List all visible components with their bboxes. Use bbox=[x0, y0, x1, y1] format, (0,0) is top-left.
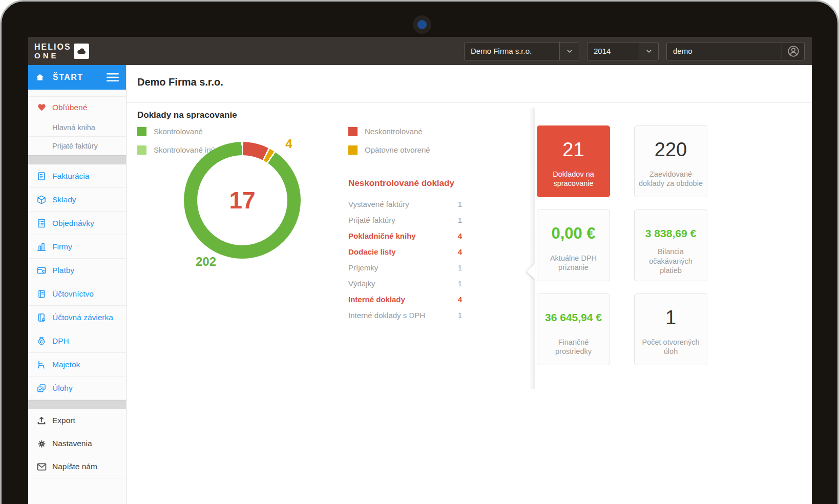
chevron-down-icon bbox=[559, 43, 579, 60]
sidebar-item-platby[interactable]: Platby bbox=[28, 259, 126, 282]
stat-label: Zaevidované doklady za obdobie bbox=[639, 170, 703, 188]
user-input[interactable] bbox=[667, 43, 782, 60]
sidebar-item-label: Objednávky bbox=[52, 219, 94, 228]
logo-wordmark: HELIOS ONE bbox=[34, 43, 71, 59]
legend-label: Opätovne otvorené bbox=[365, 145, 430, 154]
stat-card-bilancia-platieb[interactable]: 3 838,69 € Bilancia očakávaných platieb bbox=[634, 209, 707, 281]
sidebar-item-majetok[interactable]: Majetok bbox=[28, 353, 126, 376]
donut-hole: 17 bbox=[197, 155, 287, 245]
list-item-dodacie-listy[interactable]: Dodacie listy 4 bbox=[348, 244, 462, 260]
list-item-count: 1 bbox=[458, 216, 462, 224]
panel-divider-arrow bbox=[527, 263, 535, 280]
section-title: Doklady na spracovanie bbox=[137, 110, 237, 120]
legend-label: Neskontrolované bbox=[365, 127, 423, 136]
logo-line2: ONE bbox=[34, 52, 71, 59]
stat-label: Bilancia očakávaných platieb bbox=[639, 247, 703, 276]
sidebar-item-dph[interactable]: DPH bbox=[28, 329, 126, 353]
stat-value: 21 bbox=[562, 136, 584, 163]
invoice-document-icon bbox=[36, 171, 47, 181]
sidebar-item-prijate-faktury[interactable]: Prijaté faktúry bbox=[28, 137, 126, 155]
list-item-pokladnicne-knihy[interactable]: Pokladničné knihy 4 bbox=[348, 228, 462, 244]
sidebar-item-label: Platby bbox=[52, 266, 74, 275]
sidebar-item-label: Napíšte nám bbox=[52, 462, 97, 471]
order-list-icon bbox=[36, 218, 47, 228]
stat-value: 220 bbox=[655, 136, 687, 163]
sidebar-item-objednavky[interactable]: Objednávky bbox=[28, 212, 126, 235]
list-item-count: 4 bbox=[458, 232, 462, 240]
list-item-label: Interné doklady s DPH bbox=[348, 311, 425, 320]
person-icon bbox=[787, 45, 800, 58]
donut-center-value: 17 bbox=[229, 186, 255, 214]
stat-card-dokladov-na-spracovanie[interactable]: 21 Dokladov na spracovanie bbox=[537, 125, 610, 197]
sidebar-item-start[interactable]: ŠTART bbox=[28, 65, 126, 90]
list-item-label: Prijaté faktúry bbox=[348, 216, 395, 224]
sidebar-item-label: Účtovníctvo bbox=[52, 289, 94, 299]
sidebar-item-nastavenia[interactable]: Nastavenia bbox=[28, 432, 126, 455]
chevron-down-icon bbox=[639, 43, 658, 60]
stat-label: Počet otvorených úloh bbox=[639, 338, 703, 356]
list-item-vystavene-faktury[interactable]: Vystavené faktúry 1 bbox=[348, 196, 462, 212]
page-header: Demo Firma s.r.o. bbox=[127, 65, 812, 103]
cube-icon bbox=[36, 195, 47, 205]
sidebar-item-label: Účtovná závierka bbox=[52, 313, 113, 322]
stat-card-aktualne-dph[interactable]: 0,00 € Aktuálne DPH priznanie bbox=[537, 209, 610, 281]
stat-card-otvorene-ulohy[interactable]: 1 Počet otvorených úloh bbox=[634, 293, 707, 365]
list-item-interne-doklady[interactable]: Interné doklady 4 bbox=[348, 291, 462, 307]
list-item-count: 1 bbox=[458, 200, 462, 208]
camera bbox=[413, 15, 431, 34]
sidebar-item-sklady[interactable]: Sklady bbox=[28, 188, 126, 212]
company-select[interactable]: Demo Firma s.r.o. bbox=[464, 42, 579, 60]
heart-icon bbox=[36, 102, 47, 112]
sidebar-item-ulohy[interactable]: Úlohy bbox=[28, 376, 126, 400]
stat-label: Finančné prostriedky bbox=[541, 338, 605, 356]
list-item-count: 4 bbox=[458, 247, 462, 256]
ledger-book-icon bbox=[36, 289, 47, 299]
sidebar-item-napiste-nam[interactable]: Napíšte nám bbox=[28, 455, 126, 478]
list-item-label: Výdajky bbox=[348, 279, 375, 288]
list-item-prijate-faktury[interactable]: Prijaté faktúry 1 bbox=[348, 212, 462, 228]
year-select-value: 2014 bbox=[588, 43, 639, 60]
legend-item-skontrolovane: Skontrolované bbox=[137, 127, 348, 136]
sidebar-item-label: Úlohy bbox=[52, 384, 73, 393]
stat-label: Aktuálne DPH priznanie bbox=[541, 254, 605, 272]
app-screen: HELIOS ONE Demo Firma s.r.o. 2014 bbox=[28, 37, 812, 504]
stat-card-financne-prostriedky[interactable]: 36 645,94 € Finančné prostriedky bbox=[537, 293, 610, 365]
uncontrolled-documents-list: Neskontrolované doklady Vystavené faktúr… bbox=[348, 178, 462, 323]
sidebar: ŠTART Obľúbené Hlavná kniha Prijaté fakt… bbox=[28, 65, 127, 504]
documents-donut-chart: 17 4 202 bbox=[184, 142, 301, 259]
export-arrow-icon bbox=[36, 415, 47, 426]
sidebar-item-uctovnictvo[interactable]: Účtovníctvo bbox=[28, 282, 126, 306]
sidebar-item-oblubene[interactable]: Obľúbené bbox=[28, 96, 126, 118]
sidebar-item-label: Export bbox=[52, 416, 75, 425]
list-item-interne-doklady-s-dph[interactable]: Interné doklady s DPH 1 bbox=[348, 307, 462, 323]
list-item-count: 1 bbox=[458, 311, 462, 320]
stats-card-grid: 21 Dokladov na spracovanie 220 Zaevidova… bbox=[537, 125, 707, 365]
sidebar-item-fakturacia[interactable]: Fakturácia bbox=[28, 164, 126, 188]
list-item-prijemky[interactable]: Príjemky 1 bbox=[348, 260, 462, 276]
list-item-label: Interné doklady bbox=[348, 295, 405, 304]
list-item-count: 1 bbox=[458, 279, 462, 288]
sidebar-item-uctovna-zavierka[interactable]: Účtovná závierka bbox=[28, 306, 126, 329]
year-select[interactable]: 2014 bbox=[587, 42, 659, 60]
list-item-vydajky[interactable]: Výdajky 1 bbox=[348, 276, 462, 291]
legend-item-opatovne-otvorene: Opätovne otvorené bbox=[348, 145, 430, 155]
user-account-button[interactable] bbox=[782, 43, 804, 60]
stat-value: 1 bbox=[665, 304, 676, 331]
legend-swatch bbox=[137, 127, 146, 136]
list-item-count: 1 bbox=[458, 263, 462, 272]
list-item-label: Vystavené faktúry bbox=[348, 200, 409, 208]
stat-value: 0,00 € bbox=[551, 220, 595, 247]
sidebar-item-hlavna-kniha[interactable]: Hlavná kniha bbox=[28, 118, 126, 137]
list-item-label: Pokladničné knihy bbox=[348, 232, 416, 240]
sidebar-item-export[interactable]: Export bbox=[28, 409, 126, 432]
stat-value: 3 838,69 € bbox=[645, 220, 696, 247]
list-item-label: Príjemky bbox=[348, 263, 378, 272]
menu-hamburger-icon[interactable] bbox=[107, 73, 119, 82]
helios-one-logo[interactable]: HELIOS ONE bbox=[34, 43, 89, 59]
sidebar-item-label: Obľúbené bbox=[52, 103, 87, 112]
list-item-label: Dodacie listy bbox=[348, 247, 396, 256]
logo-line1: HELIOS bbox=[34, 43, 71, 51]
stat-card-zaevidovane-doklady[interactable]: 220 Zaevidované doklady za obdobie bbox=[634, 125, 707, 197]
sidebar-item-firmy[interactable]: Firmy bbox=[28, 235, 126, 259]
top-bar: HELIOS ONE Demo Firma s.r.o. 2014 bbox=[28, 37, 812, 65]
